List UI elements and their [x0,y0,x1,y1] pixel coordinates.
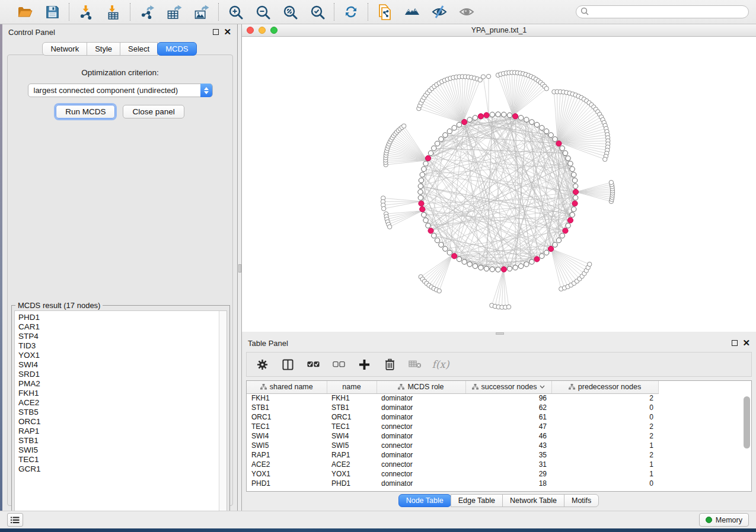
graph-node[interactable] [563,150,567,155]
graph-node[interactable] [435,141,439,146]
mcds-result-item[interactable]: SRD1 [18,370,227,379]
zoom-fit-icon[interactable] [282,4,298,20]
graph-node[interactable] [572,178,577,182]
vertical-splitter-handle[interactable] [238,264,241,273]
deselect-all-icon[interactable] [332,358,345,371]
save-session-icon[interactable] [44,4,60,20]
mcds-graph-node[interactable] [452,254,457,259]
graph-node[interactable] [588,262,592,266]
show-details-eye-icon[interactable] [458,4,475,20]
column-header-MCDS-role[interactable]: MCDS role [377,381,465,393]
graph-node[interactable] [422,212,426,217]
search-input[interactable] [592,8,748,16]
mcds-graph-node[interactable] [420,207,425,212]
graph-node[interactable] [418,196,423,200]
float-panel-icon[interactable] [732,340,738,346]
mcds-result-item[interactable]: FKH1 [18,389,227,398]
graph-node[interactable] [452,126,457,130]
graph-node[interactable] [566,223,570,228]
mcds-graph-node[interactable] [548,246,554,251]
graph-node[interactable] [560,233,564,238]
mcds-result-list[interactable]: PHD1CAR1STP4TID3YOX1SWI4SRD1PMA2FKH1ACE2… [14,310,227,520]
graph-node[interactable] [387,225,391,229]
mcds-result-item[interactable]: TID3 [18,341,227,351]
table-row[interactable]: FKH1FKH1dominator962 [247,393,658,403]
mcds-result-item[interactable]: SWI5 [18,446,227,455]
graph-node[interactable] [432,233,436,238]
graph-node[interactable] [603,157,607,161]
column-header-name[interactable]: name [327,381,377,393]
graph-node[interactable] [544,129,548,133]
mcds-result-item[interactable]: STB5 [18,408,227,417]
graph-node[interactable] [496,112,500,117]
graph-node[interactable] [573,184,578,188]
run-mcds-button[interactable]: Run MCDS [56,105,115,118]
table-row[interactable]: ORC1ORC1dominator610 [247,412,658,422]
graph-node[interactable] [418,184,423,188]
tab-style[interactable]: Style [87,42,120,56]
table-row[interactable]: TEC1TEC1connector472 [247,422,658,431]
add-column-icon[interactable] [358,358,371,371]
mcds-result-item[interactable]: CAR1 [18,322,227,332]
column-layout-icon[interactable] [281,358,294,371]
graph-node[interactable] [560,146,564,150]
mcds-result-item[interactable]: ORC1 [18,417,227,427]
tab-edge-table[interactable]: Edge Table [451,494,503,507]
graph-node[interactable] [570,166,575,171]
mcds-result-item[interactable]: RAP1 [18,427,227,436]
table-row[interactable]: SWI5SWI5connector431 [247,441,658,450]
column-header-predecessor-nodes[interactable]: predecessor nodes [551,381,658,393]
criterion-dropdown[interactable]: largest connected component (undirected) [28,84,213,97]
tab-node-table[interactable]: Node Table [398,494,451,507]
node-table-container[interactable]: shared namenameMCDS rolesuccessor nodesp… [246,380,752,492]
mcds-graph-node[interactable] [534,257,540,262]
zoom-out-icon[interactable] [254,4,271,20]
mcds-result-item[interactable]: PMA2 [18,379,227,389]
hide-details-eye-slash-icon[interactable] [431,4,448,20]
delete-column-icon[interactable] [383,358,396,371]
graph-node[interactable] [513,265,518,270]
tab-motifs[interactable]: Motifs [564,494,599,507]
mcds-result-item[interactable]: STP4 [18,332,227,341]
mcds-result-item[interactable]: YOX1 [18,351,227,360]
graph-node[interactable] [437,289,441,293]
zoom-selected-icon[interactable] [309,4,326,20]
import-network-icon[interactable] [78,4,94,20]
graph-node[interactable] [419,178,423,182]
graph-node[interactable] [572,172,576,177]
graph-node[interactable] [553,137,557,142]
close-panel-icon[interactable]: ✕ [224,29,231,35]
graph-node[interactable] [568,161,573,166]
graph-node[interactable] [418,190,423,194]
mcds-graph-node[interactable] [425,156,430,161]
graph-node[interactable] [506,305,511,309]
mcds-result-item[interactable]: TEC1 [18,455,227,464]
graph-node[interactable] [428,150,433,155]
mcds-result-item[interactable]: SWI4 [18,360,227,370]
export-image-icon[interactable] [193,4,210,20]
graph-node[interactable] [529,120,534,124]
graph-node[interactable] [548,133,553,137]
graph-node[interactable] [423,218,428,223]
table-scrollbar-thumb[interactable] [744,396,750,448]
graph-node[interactable] [496,267,500,272]
graph-node[interactable] [457,122,461,127]
column-header-successor-nodes[interactable]: successor nodes [465,381,551,393]
mcds-result-item[interactable]: GCR1 [18,464,227,474]
refresh-icon[interactable] [343,4,359,20]
graph-node[interactable] [443,246,448,251]
table-row[interactable]: PHD1PHD1dominator180 [247,479,658,488]
graph-node[interactable] [529,259,534,264]
graph-node[interactable] [457,257,461,261]
graph-node[interactable] [447,129,452,133]
graph-node[interactable] [553,242,557,247]
graph-node[interactable] [473,116,477,120]
graph-node[interactable] [486,74,490,78]
graph-node[interactable] [422,166,426,171]
graph-node[interactable] [544,250,548,255]
graph-node[interactable] [439,137,444,142]
graph-node[interactable] [467,262,472,267]
graph-node[interactable] [443,133,448,137]
export-table-icon[interactable] [166,4,183,20]
graph-node[interactable] [502,112,506,117]
